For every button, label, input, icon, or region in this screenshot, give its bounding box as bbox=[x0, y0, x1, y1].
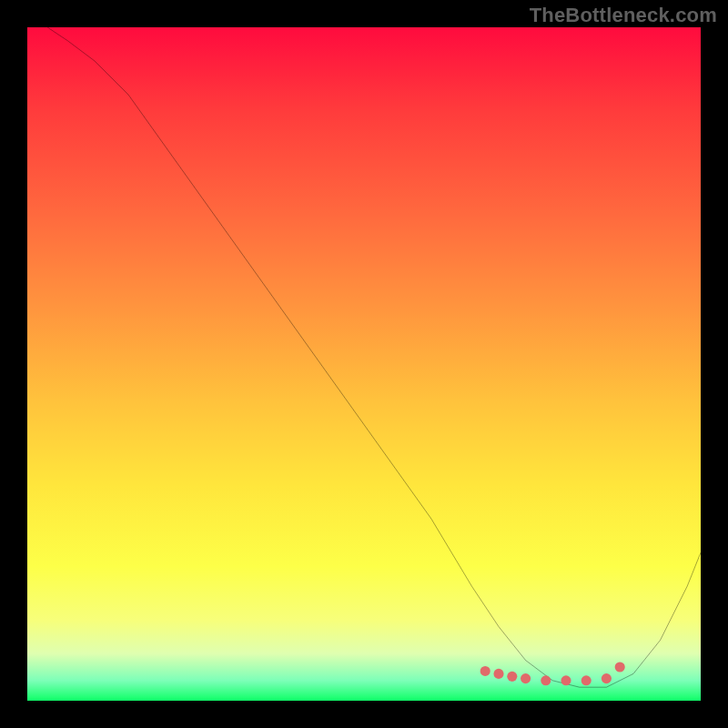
watermark-text: TheBottleneck.com bbox=[530, 4, 717, 27]
marker-dot bbox=[507, 672, 517, 682]
chart-svg bbox=[27, 27, 701, 701]
marker-dot bbox=[493, 669, 503, 679]
marker-dot bbox=[521, 673, 531, 683]
marker-dot bbox=[602, 673, 612, 683]
bottleneck-curve bbox=[47, 27, 701, 687]
marker-dot bbox=[561, 675, 571, 685]
plot-area bbox=[27, 27, 701, 701]
marker-dot bbox=[541, 675, 551, 685]
marker-dot bbox=[581, 675, 592, 685]
optimal-range-markers bbox=[480, 662, 625, 685]
marker-dot bbox=[615, 662, 625, 672]
chart-frame: TheBottleneck.com bbox=[0, 0, 728, 728]
marker-dot bbox=[480, 666, 490, 676]
